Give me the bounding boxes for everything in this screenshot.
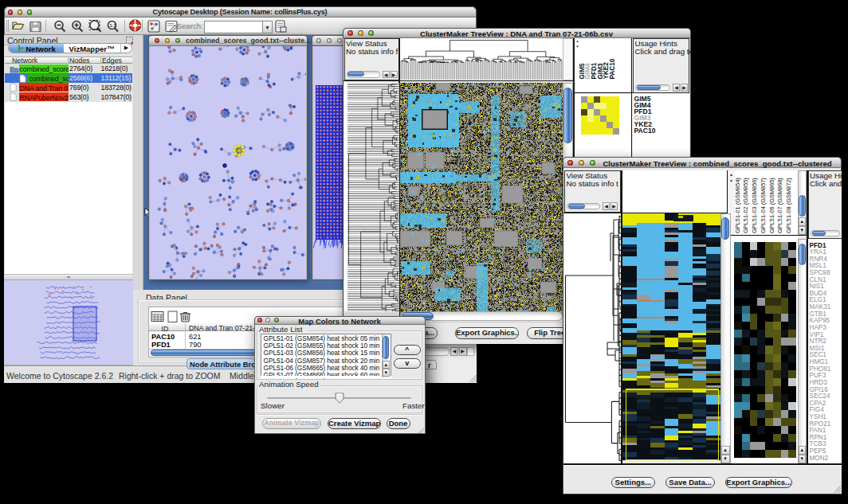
svg-text:GPL51-06 (GSM865): GPL51-06 (GSM865) xyxy=(768,178,775,233)
svg-text:GPL51-08 (GSM872): GPL51-08 (GSM872) xyxy=(785,178,792,233)
svg-text:PAC10: PAC10 xyxy=(609,58,616,79)
svg-text:1:1: 1:1 xyxy=(110,23,116,28)
svg-text:GPL51-04 (GSM857): GPL51-04 (GSM857) xyxy=(759,178,766,233)
svg-text:GPL51-03 (GSM856): GPL51-03 (GSM856) xyxy=(751,178,758,233)
svg-text:GPL51-01 (GSM854): GPL51-01 (GSM854) xyxy=(735,178,741,233)
svg-text:GPL51-02 (GSM855): GPL51-02 (GSM855) xyxy=(742,178,749,233)
svg-text:GPL51-07 (GSM868): GPL51-07 (GSM868) xyxy=(776,178,783,233)
